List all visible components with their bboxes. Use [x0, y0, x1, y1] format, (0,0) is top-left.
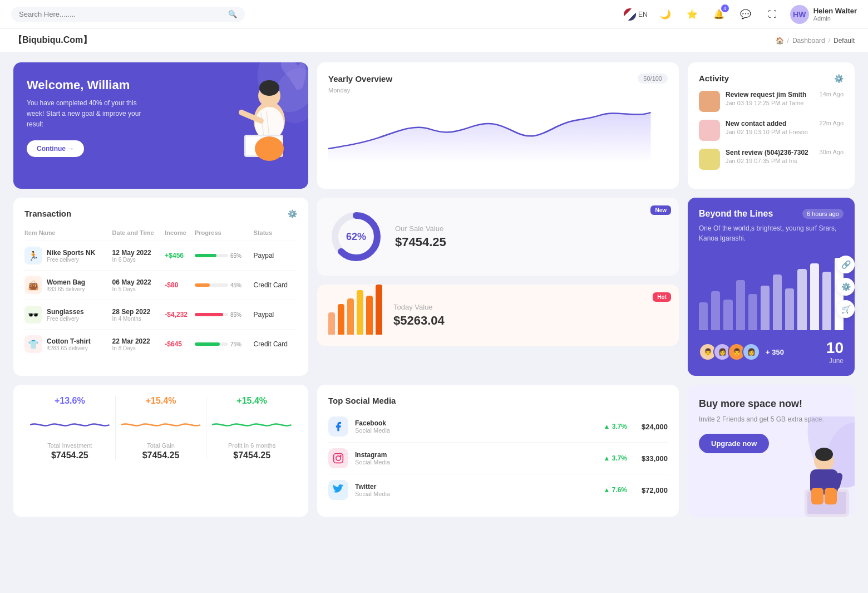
- social-name: Twitter: [355, 483, 390, 491]
- date-cell: 12 May 2022 In 6 Days: [112, 241, 165, 271]
- brand-title: 【Biqubiqu.Com】: [13, 35, 92, 46]
- activity-card: Activity ⚙️ Review request jim Smith Jan…: [688, 62, 855, 189]
- beyond-bar: [773, 275, 782, 330]
- today-bar-chart: [328, 296, 382, 335]
- plus-count: + 350: [766, 348, 784, 356]
- social-percent: ▲ 7.6%: [603, 486, 627, 494]
- social-platform-icon: [328, 416, 348, 437]
- stat-percent: +15.4%: [212, 396, 292, 406]
- sale-value-card: New 62% Our Sale Value $7454.25: [317, 198, 679, 276]
- search-input[interactable]: [19, 10, 224, 18]
- stat-value: $7454.25: [212, 450, 292, 460]
- col-income: Income: [165, 225, 195, 241]
- date-number: 10: [826, 339, 844, 357]
- activity-info: New contact added Jan 02 19 03:10 PM at …: [726, 120, 814, 135]
- dark-mode-toggle[interactable]: 🌙: [657, 6, 674, 23]
- date-cell: 22 Mar 2022 In 8 Days: [112, 330, 165, 359]
- expand-icon[interactable]: ⛶: [763, 6, 781, 23]
- beyond-bar: [822, 272, 831, 330]
- stat-label: Total Gain: [121, 442, 201, 449]
- buy-space-card: Buy more space now! Invite 2 Friends and…: [688, 385, 855, 517]
- item-sub: ₹83.65 delivery: [47, 286, 85, 292]
- activity-settings-icon[interactable]: ⚙️: [834, 74, 844, 83]
- activity-item-time: 22m Ago: [820, 120, 844, 126]
- settings-icon[interactable]: ⚙️: [837, 278, 855, 296]
- social-title: Top Social Media: [328, 396, 396, 405]
- welcome-description: You have completed 40% of your this week…: [27, 98, 149, 130]
- upgrade-button[interactable]: Upgrade now: [699, 434, 769, 453]
- table-row: 🕶️ Sunglasses Free delivery 28 Sep 2022 …: [24, 300, 297, 330]
- beyond-ago: 6 hours ago: [802, 209, 844, 219]
- social-platform-icon: [328, 448, 348, 468]
- yearly-overview-card: Yearly Overview 50/100 Monday: [317, 62, 679, 189]
- beyond-bar-chart: [699, 252, 844, 330]
- social-amount: $33,000: [642, 454, 668, 463]
- bookmark-icon[interactable]: ⭐: [683, 6, 701, 23]
- item-icon: 🕶️: [24, 306, 42, 324]
- continue-button[interactable]: Continue →: [27, 140, 84, 157]
- buy-space-title: Buy more space now!: [699, 398, 844, 410]
- activity-item-title: Review request jim Smith: [726, 91, 814, 99]
- social-item: Facebook Social Media ▲ 3.7% $24,000: [328, 411, 668, 443]
- donut-percent: 62%: [346, 231, 366, 243]
- us-flag-icon: [624, 8, 636, 21]
- social-media-card: Top Social Media Facebook Social Media ▲…: [317, 385, 679, 517]
- user-name: Helen Walter: [813, 7, 857, 15]
- stat-item: +15.4% Total Gain $7454.25: [116, 396, 207, 460]
- notifications-button[interactable]: 🔔 4: [710, 6, 728, 23]
- item-icon: 🏃: [24, 247, 42, 264]
- beyond-title: Beyond the Lines: [699, 209, 773, 219]
- social-percent: ▲ 3.7%: [603, 454, 627, 462]
- social-amount: $24,000: [642, 423, 668, 431]
- activity-info: Review request jim Smith Jan 03 19 12:25…: [726, 91, 814, 106]
- beyond-bar: [748, 294, 757, 330]
- stat-percent: +13.6%: [30, 396, 110, 406]
- activity-item-title: New contact added: [726, 120, 814, 128]
- social-item: Instagram Social Media ▲ 3.7% $33,000: [328, 443, 668, 474]
- transaction-settings-icon[interactable]: ⚙️: [288, 209, 297, 218]
- svg-point-18: [336, 456, 341, 460]
- beyond-bar: [736, 280, 745, 330]
- bar: [376, 285, 382, 335]
- progress-cell: 75%: [195, 330, 254, 359]
- item-cell: 👕 Cotton T-shirt ₹283.65 delivery: [24, 330, 112, 359]
- messages-button[interactable]: 💬: [737, 6, 754, 23]
- transaction-title: Transaction: [24, 209, 71, 218]
- stat-wave-chart: [121, 414, 201, 436]
- beyond-bar: [723, 300, 732, 330]
- status-cell: Credit Card: [254, 271, 297, 300]
- sale-value-amount: $7454.25: [395, 235, 446, 249]
- income-cell: +$456: [165, 241, 195, 271]
- beyond-bar: [785, 288, 794, 330]
- yearly-chart: [328, 101, 668, 163]
- social-name: Instagram: [355, 451, 390, 459]
- hot-badge: Hot: [653, 292, 671, 302]
- income-cell: -$645: [165, 330, 195, 359]
- income-cell: -$80: [165, 271, 195, 300]
- beyond-bar: [699, 302, 708, 330]
- beyond-bar: [711, 291, 720, 330]
- svg-rect-17: [334, 454, 343, 463]
- nav-icons: EN 🌙 ⭐ 🔔 4 💬 ⛶ HW Helen Walter Admin: [624, 5, 857, 24]
- activity-item: Review request jim Smith Jan 03 19 12:25…: [699, 91, 844, 112]
- user-menu[interactable]: HW Helen Walter Admin: [790, 5, 857, 24]
- new-badge: New: [650, 205, 671, 215]
- lang-label: EN: [638, 11, 648, 18]
- date-month: June: [826, 357, 844, 365]
- activity-item: New contact added Jan 02 19 03:10 PM at …: [699, 120, 844, 141]
- date-display: 10 June: [826, 339, 844, 365]
- breadcrumb-bar: 【Biqubiqu.Com】 🏠 / Dashboard / Default: [0, 29, 868, 52]
- social-sub: Social Media: [355, 491, 390, 497]
- link-icon[interactable]: 🔗: [837, 256, 855, 273]
- yearly-title: Yearly Overview: [328, 74, 392, 84]
- social-platform-icon: [328, 480, 348, 500]
- breadcrumb-dashboard[interactable]: Dashboard: [792, 37, 825, 45]
- search-box[interactable]: 🔍: [11, 7, 245, 22]
- table-row: 👕 Cotton T-shirt ₹283.65 delivery 22 Mar…: [24, 330, 297, 359]
- language-selector[interactable]: EN: [624, 8, 648, 21]
- today-value-card: Hot Today Value $5263.04: [317, 285, 679, 346]
- bar: [366, 296, 373, 335]
- status-cell: Paypal: [254, 241, 297, 271]
- cart-icon[interactable]: 🛒: [837, 300, 855, 318]
- activity-item: Sent review (504)236-7302 Jan 02 19 07:3…: [699, 149, 844, 170]
